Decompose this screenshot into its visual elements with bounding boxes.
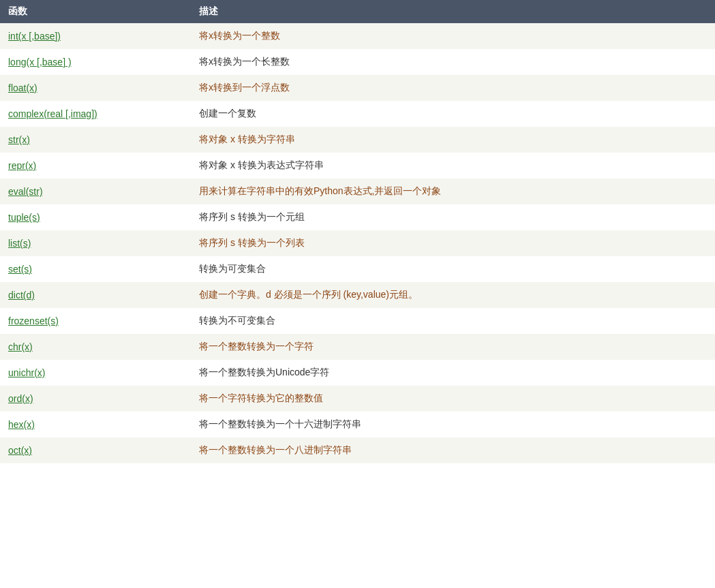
table-row: repr(x)将对象 x 转换为表达式字符串: [0, 153, 715, 179]
func-cell: frozenset(s): [0, 308, 191, 334]
desc-cell: 将一个整数转换为Unicode字符: [191, 360, 715, 386]
table-row: chr(x)将一个整数转换为一个字符: [0, 334, 715, 360]
func-cell: set(s): [0, 256, 191, 282]
table-row: eval(str)用来计算在字符串中的有效Python表达式,并返回一个对象: [0, 179, 715, 204]
table-row: frozenset(s)转换为不可变集合: [0, 308, 715, 334]
func-cell: hex(x): [0, 412, 191, 437]
func-link[interactable]: set(s): [8, 264, 32, 275]
func-cell: chr(x): [0, 334, 191, 360]
func-cell: ord(x): [0, 386, 191, 412]
table-row: complex(real [,imag])创建一个复数: [0, 101, 715, 127]
table-row: float(x)将x转换到一个浮点数: [0, 75, 715, 101]
func-cell: oct(x): [0, 437, 191, 463]
func-link[interactable]: complex(real [,imag]): [8, 108, 97, 119]
func-link[interactable]: unichr(x): [8, 367, 45, 378]
table-row: long(x [,base] )将x转换为一个长整数: [0, 49, 715, 75]
func-link[interactable]: frozenset(s): [8, 315, 59, 326]
func-cell: float(x): [0, 75, 191, 101]
func-cell: int(x [,base]): [0, 23, 191, 49]
desc-cell: 用来计算在字符串中的有效Python表达式,并返回一个对象: [191, 179, 715, 204]
func-link[interactable]: oct(x): [8, 445, 32, 456]
func-cell: eval(str): [0, 179, 191, 204]
desc-cell: 创建一个字典。d 必须是一个序列 (key,value)元组。: [191, 282, 715, 308]
func-cell: unichr(x): [0, 360, 191, 386]
func-link[interactable]: eval(str): [8, 186, 43, 197]
table-row: tuple(s)将序列 s 转换为一个元组: [0, 204, 715, 230]
desc-cell: 将x转换为一个整数: [191, 23, 715, 49]
func-cell: dict(d): [0, 282, 191, 308]
func-cell: repr(x): [0, 153, 191, 179]
func-link[interactable]: tuple(s): [8, 212, 40, 223]
desc-cell: 将对象 x 转换为表达式字符串: [191, 153, 715, 179]
func-cell: list(s): [0, 230, 191, 256]
desc-cell: 转换为可变集合: [191, 256, 715, 282]
header-func: 函数: [0, 0, 191, 23]
table-row: set(s)转换为可变集合: [0, 256, 715, 282]
desc-cell: 将x转换为一个长整数: [191, 49, 715, 75]
table-row: unichr(x)将一个整数转换为Unicode字符: [0, 360, 715, 386]
func-link[interactable]: dict(d): [8, 290, 35, 300]
func-link[interactable]: hex(x): [8, 419, 35, 430]
table-row: dict(d)创建一个字典。d 必须是一个序列 (key,value)元组。: [0, 282, 715, 308]
func-link[interactable]: ord(x): [8, 393, 33, 404]
func-link[interactable]: str(x): [8, 134, 30, 145]
desc-cell: 将序列 s 转换为一个列表: [191, 230, 715, 256]
desc-cell: 转换为不可变集合: [191, 308, 715, 334]
table-row: oct(x)将一个整数转换为一个八进制字符串: [0, 437, 715, 463]
func-link[interactable]: repr(x): [8, 160, 36, 171]
desc-cell: 创建一个复数: [191, 101, 715, 127]
table-row: hex(x)将一个整数转换为一个十六进制字符串: [0, 412, 715, 437]
func-cell: str(x): [0, 127, 191, 153]
table-row: str(x)将对象 x 转换为字符串: [0, 127, 715, 153]
header-desc: 描述: [191, 0, 715, 23]
func-link[interactable]: list(s): [8, 238, 31, 249]
func-cell: long(x [,base] ): [0, 49, 191, 75]
func-link[interactable]: int(x [,base]): [8, 31, 61, 42]
func-cell: complex(real [,imag]): [0, 101, 191, 127]
desc-cell: 将x转换到一个浮点数: [191, 75, 715, 101]
func-link[interactable]: chr(x): [8, 341, 33, 352]
desc-cell: 将一个整数转换为一个字符: [191, 334, 715, 360]
desc-cell: 将一个整数转换为一个八进制字符串: [191, 437, 715, 463]
func-link[interactable]: long(x [,base] ): [8, 57, 72, 67]
desc-cell: 将序列 s 转换为一个元组: [191, 204, 715, 230]
func-cell: tuple(s): [0, 204, 191, 230]
desc-cell: 将一个字符转换为它的整数值: [191, 386, 715, 412]
table-row: list(s)将序列 s 转换为一个列表: [0, 230, 715, 256]
table-row: ord(x)将一个字符转换为它的整数值: [0, 386, 715, 412]
func-link[interactable]: float(x): [8, 82, 37, 93]
table-row: int(x [,base])将x转换为一个整数: [0, 23, 715, 49]
desc-cell: 将一个整数转换为一个十六进制字符串: [191, 412, 715, 437]
desc-cell: 将对象 x 转换为字符串: [191, 127, 715, 153]
